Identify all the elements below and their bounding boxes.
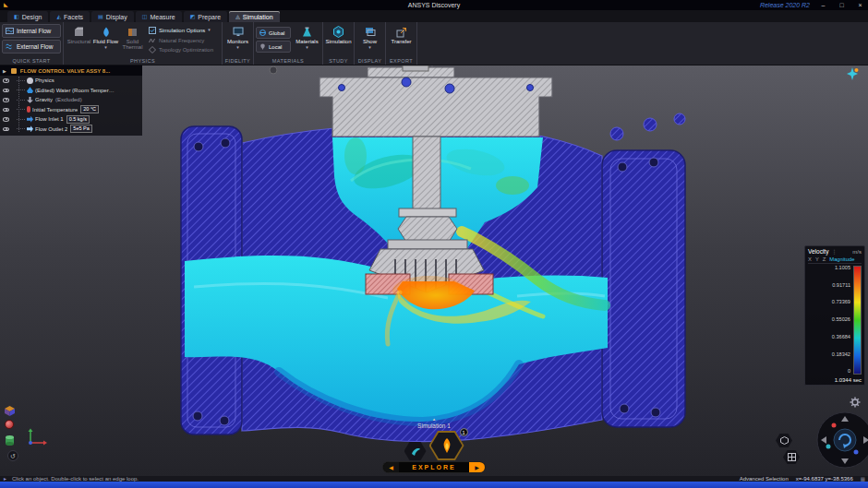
external-flow-button[interactable]: External Flow xyxy=(2,40,61,54)
tab-design[interactable]: ◧Design xyxy=(7,11,48,22)
grid-toggle-icon[interactable]: ▦ xyxy=(861,476,865,482)
tree-item-value-badge[interactable]: 0.5 kg/s xyxy=(66,115,90,124)
tree-item-flow-outlet[interactable]: Flow Outlet 2 5e5 Pa xyxy=(0,125,142,135)
viewport-3d[interactable]: ▶ FLOW CONTROL VALVE ASSY 8... Physics (… xyxy=(0,65,868,476)
tree-item-physics[interactable]: Physics xyxy=(0,76,142,86)
fluid-flow-button[interactable]: Fluid Flow ▾ xyxy=(92,24,119,56)
group-fidelity: Monitors ▾ FIDELITY xyxy=(223,22,254,65)
global-materials-button[interactable]: Global xyxy=(256,27,291,39)
minimize-button[interactable]: – xyxy=(818,0,828,10)
model-hex-button[interactable] xyxy=(404,442,427,460)
orbit-button[interactable] xyxy=(834,429,856,451)
maximize-button[interactable]: □ xyxy=(837,0,847,10)
study-simulation-button[interactable]: Simulation xyxy=(325,24,352,56)
facets-icon: ◭ xyxy=(56,14,61,19)
topology-optimization-item[interactable]: Topology Optimization xyxy=(149,45,217,54)
flow-outlet-icon xyxy=(27,125,33,132)
axis-triad[interactable] xyxy=(26,428,48,450)
tree-item-label: Flow Outlet 2 xyxy=(35,126,67,132)
materials-flask-icon xyxy=(301,26,313,38)
legend-axis-z[interactable]: Z xyxy=(823,256,826,262)
visibility-eye-icon[interactable] xyxy=(3,78,9,83)
monitors-caret-icon: ▾ xyxy=(236,45,239,50)
tree-item-flow-inlet[interactable]: Flow Inlet 1 0.5 kg/s xyxy=(0,114,142,125)
tree-item-gravity[interactable]: Gravity (Excluded) xyxy=(0,95,142,105)
tree-item-label: Initial Temperature xyxy=(32,107,78,113)
selection-mode-label[interactable]: Advanced Selection xyxy=(740,476,789,482)
local-materials-button[interactable]: Local xyxy=(256,41,291,53)
group-study: Simulation STUDY xyxy=(323,22,355,65)
topology-optimization-icon xyxy=(149,46,156,54)
show-button[interactable]: Show ▾ xyxy=(356,24,383,56)
ribbon: Internal Flow External Flow QUICK START … xyxy=(0,22,868,65)
fluid-flow-caret-icon: ▾ xyxy=(104,45,107,50)
visibility-eye-icon[interactable] xyxy=(3,108,9,113)
explore-label[interactable]: EXPLORE xyxy=(399,464,469,470)
tab-label: Display xyxy=(106,14,127,20)
monitors-button[interactable]: Monitors ▾ xyxy=(224,24,251,56)
rotate-dot-blue[interactable] xyxy=(854,450,859,455)
expand-icon[interactable]: ▶ xyxy=(3,68,6,74)
water-icon xyxy=(27,87,33,93)
navigation-wheel[interactable] xyxy=(816,411,868,472)
materials-button[interactable]: Materials ▾ xyxy=(294,24,320,56)
tree-item-initial-temperature[interactable]: Initial Temperature 20 °C xyxy=(0,105,142,115)
materials-caret-icon: ▾ xyxy=(306,45,308,50)
legend-axis-y[interactable]: Y xyxy=(815,256,819,262)
explore-prev-button[interactable]: ◀ xyxy=(383,462,399,472)
legend-settings-gear-icon[interactable] xyxy=(849,396,861,408)
explore-next-button[interactable]: ▶ xyxy=(469,462,485,472)
rotate-dot-cyan[interactable] xyxy=(826,445,831,449)
tab-prepare[interactable]: ◩Prepare xyxy=(184,11,228,22)
cylinder-tool-icon[interactable] xyxy=(5,434,15,450)
simulation-options-label: Simulation Options xyxy=(159,28,205,33)
natural-frequency-item[interactable]: Natural Frequency xyxy=(149,36,217,45)
group-physics: Structural Fluid Flow ▾ Solid Thermal Si… xyxy=(64,22,223,65)
grid-hex-button[interactable] xyxy=(783,450,800,464)
legend-mode-magnitude[interactable]: Magnitude xyxy=(829,256,854,262)
legend-menu-icon[interactable]: ⋮ xyxy=(831,248,837,255)
section-hex-button[interactable] xyxy=(776,434,792,447)
sphere-tool-icon[interactable] xyxy=(5,420,14,429)
internal-flow-button[interactable]: Internal Flow xyxy=(2,24,61,38)
simulation-count-badge: 1 xyxy=(460,428,468,436)
tree-item-value-badge[interactable]: 20 °C xyxy=(80,105,99,113)
transfer-button[interactable]: Transfer xyxy=(388,24,415,56)
tab-simulation[interactable]: ◬Simulation xyxy=(229,11,279,22)
rotate-dot-red[interactable] xyxy=(832,423,837,428)
model-glyph-icon xyxy=(410,446,421,457)
solid-thermal-button[interactable]: Solid Thermal xyxy=(119,24,146,56)
titlebar: ◣ ANSYS Discovery Release 2020 R2 – □ × xyxy=(0,0,868,10)
internal-flow-label: Internal Flow xyxy=(17,28,51,34)
global-label: Global xyxy=(269,30,284,36)
sparkle-appearance-icon[interactable] xyxy=(846,67,859,84)
transfer-icon xyxy=(395,26,407,38)
group-materials: Global Local Materials ▾ MATERIALS xyxy=(254,22,323,65)
tab-facets[interactable]: ◭Facets xyxy=(50,11,90,22)
simulation-options-item[interactable]: Simulation Options ▾ xyxy=(149,26,217,35)
collapse-marker-icon[interactable]: ▲ xyxy=(432,418,436,423)
close-button[interactable]: × xyxy=(855,0,865,10)
export-group-label: EXPORT xyxy=(386,58,416,64)
tab-measure[interactable]: ◫Measure xyxy=(136,11,182,22)
undo-view-button[interactable]: ↺ xyxy=(7,450,18,461)
tree-root-item[interactable]: ▶ FLOW CONTROL VALVE ASSY 8... xyxy=(0,65,142,76)
visibility-eye-icon[interactable] xyxy=(3,117,9,122)
fidelity-group-label: FIDELITY xyxy=(223,58,253,64)
tab-display[interactable]: ▤Display xyxy=(91,11,134,22)
structural-button[interactable]: Structural xyxy=(66,24,92,56)
active-simulation-hex-button[interactable]: 1 xyxy=(429,431,464,460)
visibility-eye-icon[interactable] xyxy=(3,89,9,93)
assembly-icon xyxy=(11,68,17,74)
globe-icon xyxy=(259,30,266,36)
visibility-eye-icon[interactable] xyxy=(3,98,9,102)
isometric-cube-icon[interactable] xyxy=(4,404,16,421)
cursor-coordinates: x=-94.6837 y=-38.5366 xyxy=(796,476,853,482)
visibility-eye-icon[interactable] xyxy=(3,127,9,132)
tree-item-value-badge[interactable]: 5e5 Pa xyxy=(70,125,91,133)
legend-colorbar[interactable] xyxy=(853,266,862,375)
tree-item-material-water[interactable]: (Edited) Water (Room Temperatu... xyxy=(0,86,142,96)
legend-axis-x[interactable]: X xyxy=(808,256,812,262)
tab-label: Measure xyxy=(150,14,175,20)
structural-label: Structural xyxy=(67,39,91,44)
